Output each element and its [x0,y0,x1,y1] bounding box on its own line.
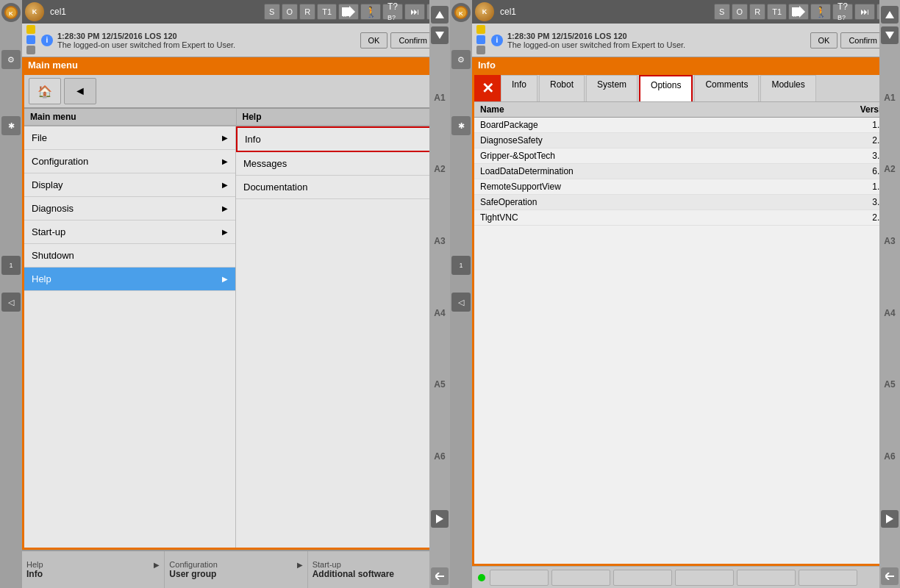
notif-message-left: The logged-on user switched from Expert … [57,40,235,49]
menu-startup[interactable]: Start-up ▶ [24,220,235,244]
svg-text:K: K [459,10,463,17]
indicator-gray-right [476,46,485,54]
tab-comments[interactable]: Comments [694,75,759,101]
left-tool-icon-1[interactable]: ⚙ [1,50,21,69]
svg-marker-16 [885,32,894,39]
tab-info[interactable]: Info [501,75,538,101]
btn-t1-right[interactable]: T1 [767,4,787,20]
btn-walk-left[interactable]: 🚶 [360,4,381,20]
bottom-btn-1[interactable] [490,570,549,586]
back-btn[interactable]: ◄ [64,78,96,104]
notif-message-right: The logged-on user switched from Expert … [507,40,685,49]
bottom-btn-4[interactable] [675,570,734,586]
right-nav-icon-2[interactable]: ◁ [451,293,471,312]
right-tool-icon-1[interactable]: ⚙ [451,50,471,69]
menu-diagnosis[interactable]: Diagnosis ▶ [24,197,235,220]
indicator-yellow-left [26,25,35,34]
right-nav-icon-1[interactable]: 1 [451,256,471,275]
notif-ok-left[interactable]: OK [360,32,388,49]
menu-help[interactable]: Help ▶ [24,268,235,291]
scroll-down-left[interactable] [431,26,449,44]
table-row: RemoteSupportView 1.0.3 [474,179,898,195]
btn-play-left[interactable]: 100 10 [338,4,359,20]
left-bottom-bar: Help ▶ Info Configuration ▶ User group S… [22,550,450,588]
indicator-gray-left [26,46,35,54]
indicator-blue-left [26,35,35,44]
info-tabs: Info Robot System Options Comments Modul… [501,75,898,101]
btn-s-right[interactable]: S [714,4,730,20]
help-info[interactable]: Info [236,126,447,152]
btn-walk-right[interactable]: 🚶 [810,4,831,20]
bottom-btn-3[interactable] [613,570,672,586]
svg-marker-7 [435,32,444,39]
label-a4-left: A4 [434,308,445,318]
right-notif-bar: i 1:28:30 PM 12/15/2016 LOS 120 The logg… [472,24,900,57]
left-notif-bar: i 1:28:30 PM 12/15/2016 LOS 120 The logg… [22,24,450,57]
main-menu-col: File ▶ Configuration ▶ Display ▶ Diagnos… [24,126,236,548]
btn-skip-left[interactable]: ⏭ [404,4,425,20]
right-top-bar: K cel1 S O R T1 100 10 🚶 T?B? ⏭ [472,0,900,24]
help-messages[interactable]: Messages ▶ [236,152,447,176]
btn-skip-right[interactable]: ⏭ [854,4,875,20]
right-tool-icon-2[interactable]: ✱ [451,116,471,135]
btn-r-left[interactable]: R [299,4,315,20]
menu-display[interactable]: Display ▶ [24,173,235,197]
menu-file[interactable]: File ▶ [24,126,235,150]
right-sidebar-left: K ⚙ ✱ 1 ◁ [450,0,472,588]
table-row: SafeOperation 3.2.2 [474,195,898,210]
startup-arrow: ▶ [222,228,228,236]
btn-play-right-left[interactable] [431,510,449,528]
tab-robot[interactable]: Robot [539,75,585,101]
col-header-help: Help [237,109,449,126]
bottom-btn-6[interactable] [799,570,857,586]
left-tool-icon-2[interactable]: ✱ [1,116,21,135]
left-indicators [26,25,35,55]
bottom-btn-5[interactable] [737,570,796,586]
bottom-help[interactable]: Help ▶ Info [22,551,165,588]
bottom-startup[interactable]: Start-up ▶ Additional software [308,551,450,588]
bottom-configuration[interactable]: Configuration ▶ User group [165,551,307,588]
help-documentation[interactable]: Documentation ▶ [236,176,447,199]
scroll-up-left[interactable] [431,6,449,24]
status-led [478,574,485,581]
btn-tool-right[interactable]: T?B? [832,4,853,20]
right-main-content: K cel1 S O R T1 100 10 🚶 T?B? ⏭ [472,0,900,588]
label-a2-right: A2 [884,164,895,174]
menu-nav-row: 🏠 ◄ [24,75,448,109]
notif-ok-right[interactable]: OK [810,32,838,49]
menu-columns: File ▶ Configuration ▶ Display ▶ Diagnos… [24,126,448,548]
left-nav-icon-1[interactable]: 1 [1,256,21,275]
btn-t1-left[interactable]: T1 [317,4,337,20]
home-btn[interactable]: 🏠 [29,78,61,104]
label-a1-right: A1 [884,93,895,103]
menu-configuration[interactable]: Configuration ▶ [24,150,235,173]
tab-modules[interactable]: Modules [760,75,815,101]
btn-o-left[interactable]: O [282,4,299,20]
btn-play-right[interactable]: 100 10 [788,4,809,20]
label-a1-left: A1 [434,93,445,103]
scroll-up-right[interactable] [881,6,899,24]
btn-s-left[interactable]: S [264,4,280,20]
tab-options[interactable]: Options [639,75,693,101]
btn-back-right-left[interactable] [431,567,449,585]
svg-text:10: 10 [793,13,797,18]
notif-timestamp-right: 1:28:30 PM 12/15/2016 LOS 120 [507,32,685,40]
scroll-down-right[interactable] [881,26,899,44]
svg-marker-6 [435,11,444,18]
btn-r-right[interactable]: R [749,4,765,20]
help-arrow: ▶ [222,275,228,283]
close-btn-right[interactable]: ✕ [474,75,501,101]
btn-o-right[interactable]: O [732,4,749,20]
right-orange-header: Info [472,57,900,73]
btn-back-sidebar-right[interactable] [881,567,899,585]
btn-tool-left[interactable]: T?B? [382,4,403,20]
bottom-btn-2[interactable] [551,570,610,586]
indicator-yellow-right [476,25,485,34]
btn-play-sidebar-right[interactable] [881,510,899,528]
left-nav-icon-2[interactable]: ◁ [1,293,21,312]
tab-system[interactable]: System [586,75,638,101]
help-menu-col: Info Messages ▶ Documentation ▶ [236,126,448,548]
right-panel: K ⚙ ✱ 1 ◁ K cel1 S O R T1 100 10 [450,0,900,588]
table-row: LoadDataDetermination 6.2.3 [474,164,898,179]
menu-shutdown[interactable]: Shutdown [24,244,235,268]
